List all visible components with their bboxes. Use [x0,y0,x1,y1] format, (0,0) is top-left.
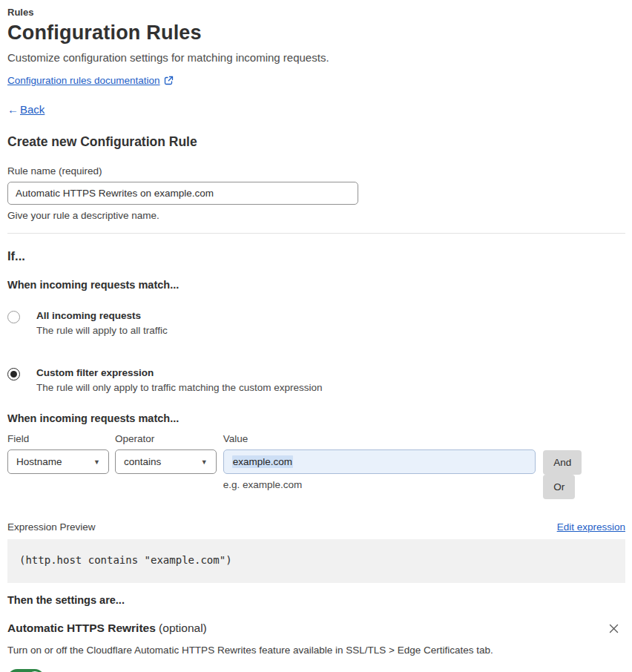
configuration-rules-page: Rules Configuration Rules Customize conf… [7,7,625,672]
back-link[interactable]: Back [20,103,45,116]
value-label: Value [223,433,536,444]
create-rule-title: Create new Configuration Rule [7,134,625,150]
setting-optional-label: (optional) [156,622,207,634]
radio-selected-icon[interactable] [7,368,20,381]
match-type-title: When incoming requests match... [7,279,625,291]
chevron-down-icon: ▼ [201,458,208,466]
value-input[interactable]: example.com [223,449,536,474]
automatic-https-rewrites-toggle[interactable]: ✓ [7,669,45,672]
and-button[interactable]: And [543,450,582,475]
rule-name-help: Give your rule a descriptive name. [7,210,625,221]
value-hint: e.g. example.com [223,479,536,490]
close-icon[interactable] [607,622,621,636]
spacer [7,355,625,367]
radio-label: All incoming requests [36,310,168,321]
radio-description: The rule will only apply to traffic matc… [36,382,322,393]
radio-option-all-requests[interactable]: All incoming requests The rule will appl… [7,310,625,336]
section-divider [7,233,625,234]
radio-unselected-icon[interactable] [7,311,20,323]
setting-description: Turn on or off the Cloudflare Automatic … [7,645,625,656]
setting-name-bold: Automatic HTTPS Rewrites [7,622,156,634]
field-select[interactable]: Hostname ▼ [7,449,109,474]
page-title: Configuration Rules [7,22,625,45]
field-label: Field [7,433,109,444]
spacer [543,433,625,450]
expression-builder-row: Field Hostname ▼ Operator contains ▼ Val… [7,433,625,499]
back-arrow-icon: ← [7,104,19,115]
rule-name-label: Rule name (required) [7,165,625,177]
radio-label: Custom filter expression [36,367,322,378]
rule-name-input[interactable] [7,182,358,205]
field-select-value: Hostname [16,456,62,467]
external-link-icon [164,76,174,85]
chevron-down-icon: ▼ [93,458,100,466]
expression-builder-title: When incoming requests match... [7,412,625,424]
setting-name: Automatic HTTPS Rewrites (optional) [7,622,207,635]
or-button[interactable]: Or [543,475,575,499]
breadcrumb: Rules [7,7,625,18]
operator-select-value: contains [124,456,161,467]
expression-preview-label: Expression Preview [7,521,96,533]
value-input-text: example.com [232,455,293,468]
if-section-title: If... [7,249,625,263]
expression-preview-code: (http.host contains "example.com") [7,539,625,583]
operator-label: Operator [115,433,217,444]
documentation-link[interactable]: Configuration rules documentation [7,75,160,86]
edit-expression-link[interactable]: Edit expression [557,521,625,533]
radio-option-custom-filter[interactable]: Custom filter expression The rule will o… [7,367,625,393]
page-subtitle: Customize configuration settings for mat… [7,51,625,64]
radio-description: The rule will apply to all traffic [36,325,168,336]
then-settings-title: Then the settings are... [7,594,625,606]
operator-select[interactable]: contains ▼ [115,449,217,474]
